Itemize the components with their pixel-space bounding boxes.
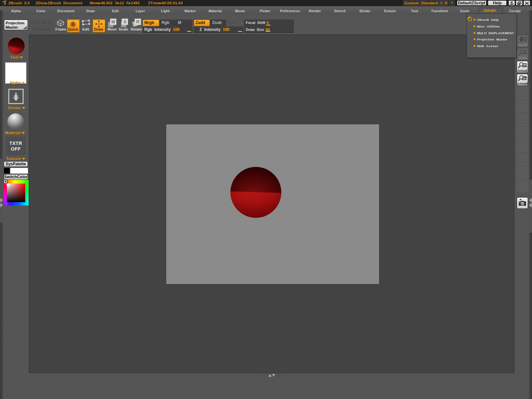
- svg-text:x1: x1: [523, 64, 526, 67]
